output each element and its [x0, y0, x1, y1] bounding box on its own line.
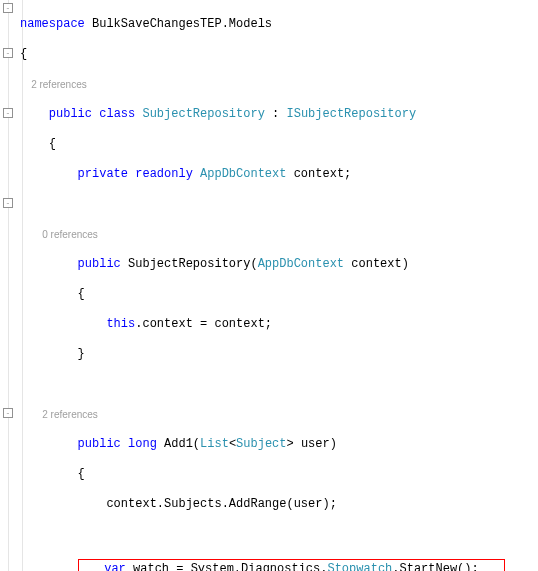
line-class-decl: public class SubjectRepository : ISubjec…	[20, 107, 505, 122]
line-add1-sig: public long Add1(List<Subject> user)	[20, 437, 505, 452]
line-addrange-1: context.Subjects.AddRange(user);	[20, 497, 505, 512]
interface-name: ISubjectRepository	[286, 107, 416, 121]
namespace-name: BulkSaveChangesTEP.Models	[92, 17, 272, 31]
outline-guide-1	[8, 0, 9, 571]
codelens-ctor-refs[interactable]: 0 references	[20, 227, 505, 242]
line-brace-open: {	[20, 47, 505, 62]
line-ctor-body: this.context = context;	[20, 317, 505, 332]
codelens-add1-refs[interactable]: 2 references	[20, 407, 505, 422]
collapse-toggle-add1[interactable]: -	[3, 198, 13, 208]
highlight-box-1: var watch = System.Diagnostics.Stopwatch…	[78, 559, 506, 571]
line-ctor-sig: public SubjectRepository(AppDbContext co…	[20, 257, 505, 272]
line-namespace: namespace BulkSaveChangesTEP.Models	[20, 17, 505, 32]
codelens-class-refs[interactable]: 2 references	[20, 77, 505, 92]
collapse-toggle-class[interactable]: -	[3, 48, 13, 58]
code-area[interactable]: namespace BulkSaveChangesTEP.Models { 2 …	[20, 2, 505, 571]
collapse-toggle-add2[interactable]: -	[3, 408, 13, 418]
collapse-toggle-ctor[interactable]: -	[3, 108, 13, 118]
collapse-toggle-namespace[interactable]: -	[3, 3, 13, 13]
keyword-namespace: namespace	[20, 17, 85, 31]
line-field: private readonly AppDbContext context;	[20, 167, 505, 182]
class-name: SubjectRepository	[142, 107, 264, 121]
